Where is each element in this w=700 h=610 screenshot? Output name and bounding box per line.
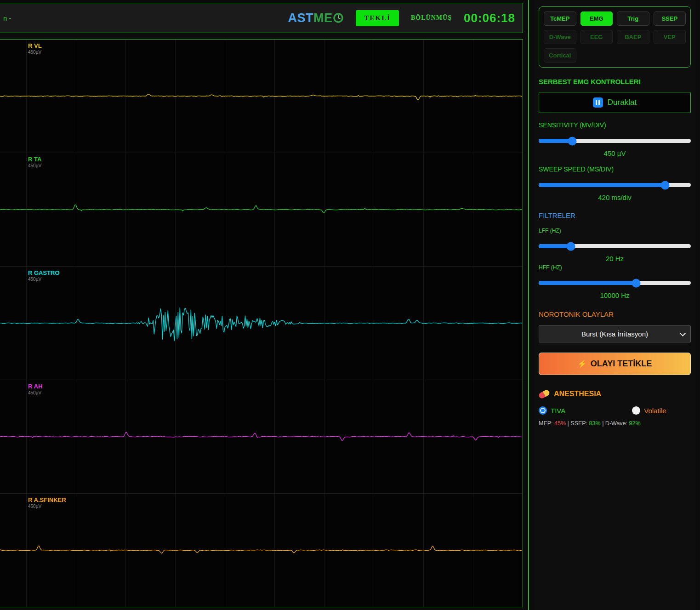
channel-scale: 450µV [28, 50, 42, 56]
channel-name: R TA [28, 156, 41, 163]
single-view-button[interactable]: TEKLİ [356, 10, 399, 26]
radio-icon [539, 406, 547, 415]
split-view-button[interactable]: BÖLÜNMÜŞ [411, 14, 452, 22]
slider-fill [539, 281, 636, 285]
logo-clock-icon [333, 12, 344, 23]
modality-tab[interactable]: BAEP [617, 30, 649, 44]
slider-thumb[interactable] [568, 137, 576, 145]
channel-scale: 450µV [28, 504, 66, 510]
session-timer: 00:06:18 [464, 11, 515, 25]
modality-tab[interactable]: D-Wave [544, 30, 576, 44]
slider-thumb[interactable] [660, 181, 669, 189]
app-window: n - ASTME TEKLİ BÖLÜNMÜŞ 00:06:18 R VL45… [0, 0, 700, 610]
event-type-selected-value: Burst (Kısa İrritasyon) [581, 330, 648, 338]
stat-value: 83% [589, 420, 601, 427]
stat-label: D-Wave: [605, 420, 627, 427]
radio-label: Volatile [644, 407, 666, 415]
logo-text-blue: AST [288, 11, 313, 25]
chevron-down-icon [680, 331, 686, 336]
sensitivity-label: SENSITIVITY (MV/DIV) [539, 121, 691, 129]
pause-button[interactable]: Duraklat [539, 92, 691, 113]
modality-tab[interactable]: SSEP [654, 11, 686, 26]
trigger-event-button[interactable]: ⚡ OLAYI TETİKLE [539, 353, 691, 375]
trace-channel: R TA450µV [0, 153, 523, 266]
stat-value: 92% [629, 420, 641, 427]
control-panel: TcMEP EMG Trig SSEP D-Wave EEG BAEP VEP … [534, 0, 695, 610]
pause-button-label: Duraklat [608, 98, 637, 107]
modality-tab[interactable]: EEG [580, 30, 613, 44]
waveform [0, 267, 523, 380]
hff-value: 10000 Hz [539, 291, 691, 299]
channel-name: R GASTRO [28, 269, 60, 277]
channel-scale: 450µV [28, 163, 41, 169]
panel-separator [528, 0, 529, 610]
waveform [0, 380, 523, 493]
neurotonic-events-title: NÖROTONIK OLAYLAR [539, 310, 691, 318]
stat-label: SSEP: [570, 420, 587, 427]
sweep-speed-label: SWEEP SPEED (MS/DIV) [539, 165, 691, 173]
astmed-logo: ASTME [288, 11, 344, 25]
modality-tab[interactable]: VEP [654, 30, 686, 44]
waveform [0, 40, 523, 153]
waveform [0, 153, 523, 266]
hff-label: HFF (HZ) [539, 264, 691, 271]
anesthesia-header: ANESTHESIA [539, 390, 691, 398]
slider-thumb[interactable] [566, 242, 575, 251]
radio-label: TIVA [551, 407, 565, 415]
channel-scale: 450µV [28, 390, 42, 396]
waveform [0, 494, 523, 607]
modality-tab[interactable]: EMG [580, 11, 613, 26]
sweep-speed-value: 420 ms/div [539, 194, 691, 201]
bolt-icon: ⚡ [578, 359, 587, 368]
top-bar-right: ASTME TEKLİ BÖLÜNMÜŞ 00:06:18 [288, 10, 515, 26]
modality-tabs: TcMEP EMG Trig SSEP D-Wave EEG BAEP VEP … [539, 6, 691, 68]
pause-icon [593, 97, 603, 108]
stat-value: 45% [554, 420, 566, 427]
hff-slider[interactable] [539, 281, 691, 285]
trace-channel: R AH450µV [0, 380, 523, 493]
logo-text-green: ME [313, 11, 333, 25]
emg-trace-area: R VL450µV R TA450µV R GASTRO450µV R AH45… [0, 39, 523, 607]
sensitivity-slider[interactable] [539, 139, 691, 143]
modality-tab[interactable]: Cortical [544, 48, 576, 63]
channel-name: R A.SFINKER [28, 496, 66, 504]
lff-label: LFF (HZ) [539, 228, 691, 234]
anesthesia-title: ANESTHESIA [554, 390, 601, 398]
trigger-event-label: OLAYI TETİKLE [591, 359, 652, 369]
stat-label: MEP: [539, 420, 553, 427]
modality-tab[interactable]: Trig [617, 11, 649, 26]
sweep-speed-slider[interactable] [539, 183, 691, 187]
sensitivity-value: 450 µV [539, 149, 691, 157]
channel-name: R VL [28, 42, 42, 50]
lff-slider[interactable] [539, 244, 691, 248]
trace-channel: R GASTRO450µV [0, 266, 523, 380]
modality-tab[interactable]: TcMEP [544, 11, 576, 26]
channel-name: R AH [28, 383, 42, 390]
trace-channel: R VL450µV [0, 40, 523, 153]
top-bar: n - ASTME TEKLİ BÖLÜNMÜŞ 00:06:18 [0, 3, 523, 33]
slider-fill [539, 183, 665, 187]
section-title-emg-controls: SERBEST EMG KONTROLLERI [539, 78, 691, 86]
channel-scale: 450µV [28, 277, 60, 283]
trace-channel: R A.SFINKER450µV [0, 493, 523, 607]
radio-volatile[interactable]: Volatile [632, 406, 666, 415]
slider-fill [539, 139, 572, 143]
patient-label: n - [3, 14, 11, 22]
lff-value: 20 Hz [539, 255, 691, 262]
radio-tiva[interactable]: TIVA [539, 406, 565, 415]
anesthesia-options: TIVA Volatile [539, 406, 691, 415]
slider-thumb[interactable] [632, 279, 640, 287]
filters-title: FILTRELER [539, 211, 691, 219]
pill-icon [538, 389, 550, 399]
radio-icon [632, 406, 640, 415]
anesthesia-stats: MEP: 45% | SSEP: 83% | D-Wave: 92% [539, 420, 691, 427]
event-type-select[interactable]: Burst (Kısa İrritasyon) [539, 325, 691, 342]
